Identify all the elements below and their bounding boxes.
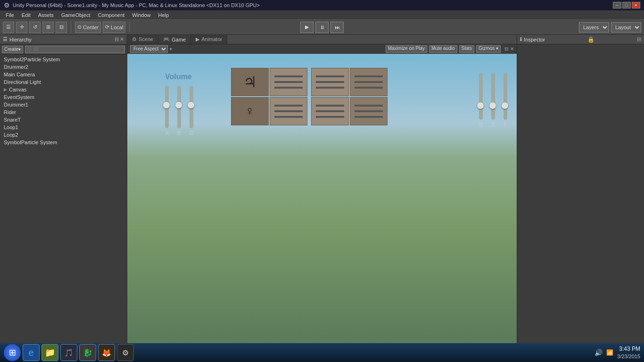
toolbar-scale-tool[interactable]: ⊞: [42, 22, 54, 33]
menu-edit[interactable]: Edit: [18, 10, 34, 19]
hier-item-loop2[interactable]: Loop2: [0, 131, 127, 139]
start-button[interactable]: ⊞: [4, 344, 21, 361]
taskbar-explorer[interactable]: 📁: [41, 344, 58, 361]
inspector-tab-icon: ℹ: [520, 36, 522, 42]
symbol-card-4[interactable]: [270, 97, 307, 125]
maximize-on-play-button[interactable]: Maximize on Play: [386, 45, 427, 53]
maximize-button[interactable]: □: [622, 2, 631, 8]
hier-item-eventsystem[interactable]: EventSystem: [0, 93, 127, 101]
tab-scene[interactable]: ⚙ Scene: [127, 34, 158, 44]
hier-item-drummer2[interactable]: Drummer2: [0, 63, 127, 71]
slider-b: B: [177, 86, 181, 136]
hier-drummer2-label: Drummer2: [4, 64, 28, 70]
slider-c-label: C: [190, 130, 193, 136]
taskbar-ie[interactable]: e: [23, 344, 40, 361]
mute-audio-button[interactable]: Mute audio: [429, 45, 457, 53]
hier-item-main-camera[interactable]: Main Camera: [0, 71, 127, 78]
taskbar-firefox[interactable]: 🦊: [98, 344, 115, 361]
hier-item-directional-light[interactable]: Directional Light: [0, 78, 127, 86]
layers-dropdown[interactable]: Layers: [579, 22, 609, 33]
pause-button[interactable]: ⏸: [315, 22, 329, 33]
taskbar-unity[interactable]: ⚙: [117, 344, 134, 361]
hier-item-loop1[interactable]: Loop1: [0, 123, 127, 131]
menu-gameobject[interactable]: GameObject: [58, 10, 94, 19]
menu-help[interactable]: Help: [154, 10, 173, 19]
volume-sliders: A B C: [165, 86, 193, 136]
toolbar-hand-tool[interactable]: ☰: [3, 22, 14, 33]
hier-item-snaret[interactable]: SnareT: [0, 116, 127, 123]
minimize-button[interactable]: ─: [613, 2, 621, 8]
slider-b-thumb[interactable]: [175, 102, 182, 108]
symbol-card-8[interactable]: [350, 97, 388, 125]
slider-d-track[interactable]: [479, 73, 483, 120]
network-icon[interactable]: 📶: [606, 349, 613, 356]
hier-item-drummer1[interactable]: Drummer1: [0, 101, 127, 108]
slider-e: E: [491, 73, 495, 127]
symbol-card-2[interactable]: [270, 68, 307, 96]
layout-dropdown[interactable]: Layout: [611, 22, 641, 33]
hier-item-symbol2particle[interactable]: Symbol2Particle System: [0, 56, 127, 63]
hier-symbolparticle-label: SymbolParticle System: [4, 140, 57, 145]
gizmos-button[interactable]: Gizmos ▾: [476, 45, 501, 53]
slider-c-track[interactable]: [190, 86, 193, 128]
tab-game[interactable]: 🎮 Game: [158, 34, 191, 44]
speaker-icon[interactable]: 🔊: [594, 349, 603, 356]
symbol-card-5[interactable]: [311, 68, 349, 96]
play-button[interactable]: ▶: [300, 22, 314, 33]
slider-d-label: D: [479, 122, 483, 127]
lock-icon[interactable]: 🔒: [587, 36, 594, 43]
menu-window[interactable]: Window: [128, 10, 154, 19]
slider-a-thumb[interactable]: [163, 102, 170, 108]
hier-item-symbolparticle[interactable]: SymbolParticle System: [0, 139, 127, 146]
step-button[interactable]: ⏭: [330, 22, 344, 33]
slider-c-thumb[interactable]: [188, 102, 194, 108]
game-view-resize[interactable]: ⊟: [504, 46, 508, 51]
slider-d: D: [479, 73, 483, 127]
game-tab-icon: 🎮: [163, 36, 170, 42]
close-button[interactable]: ✕: [632, 2, 640, 8]
symbol-card-6[interactable]: [350, 68, 388, 96]
slider-b-track[interactable]: [177, 86, 181, 128]
game-view-close[interactable]: ✕: [510, 46, 514, 51]
symbol-card-7[interactable]: [311, 97, 349, 125]
slider-f-thumb[interactable]: [502, 102, 508, 109]
stats-button[interactable]: Stats: [459, 45, 475, 53]
slider-f-track[interactable]: [504, 73, 507, 120]
slider-e-track[interactable]: [491, 73, 495, 120]
hierarchy-create-button[interactable]: Create ▾: [2, 46, 23, 53]
volume-label: Volume: [165, 73, 193, 81]
slider-d-thumb[interactable]: [477, 102, 484, 109]
hier-item-rider[interactable]: Rider: [0, 108, 127, 116]
game-ground: [127, 227, 517, 343]
hier-symbol2particle-label: Symbol2Particle System: [4, 57, 60, 62]
toolbar-move-tool[interactable]: ✛: [16, 22, 27, 33]
inspector-float-btn[interactable]: ⊟: [637, 36, 641, 42]
taskbar-right: 🔊 📶 3:43 PM 3/23/2015: [594, 345, 640, 360]
symbol-card-1[interactable]: ♃: [231, 68, 269, 96]
title-bar-controls[interactable]: ─ □ ✕: [613, 2, 640, 8]
aspect-select[interactable]: Free Aspect: [130, 45, 168, 53]
tab-animator[interactable]: ▶ Animator: [191, 34, 227, 44]
menu-file[interactable]: File: [2, 10, 18, 19]
toolbar-rect-tool[interactable]: ⊟: [56, 22, 67, 33]
hier-canvas-label: Canvas: [9, 87, 26, 92]
menu-component[interactable]: Component: [94, 10, 128, 19]
hierarchy-float-btn[interactable]: ⊟✕: [115, 36, 124, 42]
toolbar-rotate-tool[interactable]: ↺: [29, 22, 41, 33]
hier-item-canvas[interactable]: ▶Canvas: [0, 86, 127, 93]
taskbar-unknown1[interactable]: 🐉: [79, 344, 96, 361]
slider-a-track[interactable]: [165, 86, 169, 128]
ie-icon: e: [28, 347, 33, 358]
hierarchy-toolbar: Create ▾: [0, 44, 127, 55]
local-button[interactable]: ⟳ Local: [103, 22, 125, 33]
center-button[interactable]: ⊙ Center: [75, 22, 101, 33]
toolbar-separator-2: [129, 22, 130, 33]
animator-tab-icon: ▶: [196, 36, 199, 42]
local-label: Local: [111, 25, 123, 30]
hierarchy-list: Symbol2Particle System Drummer2 Main Cam…: [0, 55, 127, 343]
taskbar-media[interactable]: 🎵: [60, 344, 77, 361]
hierarchy-search-input[interactable]: [25, 46, 125, 53]
slider-e-thumb[interactable]: [489, 102, 496, 109]
menu-assets[interactable]: Assets: [34, 10, 58, 19]
symbol-card-3[interactable]: ♀: [231, 97, 269, 125]
